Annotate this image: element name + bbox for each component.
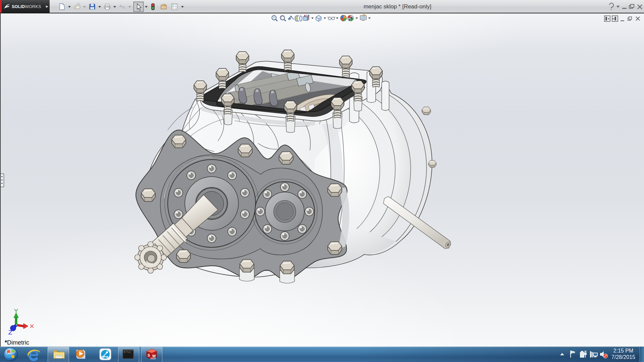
svg-text:S: S [148, 353, 150, 357]
svg-text:2015: 2015 [150, 357, 156, 360]
svg-text:C:\>_: C:\>_ [124, 351, 132, 354]
